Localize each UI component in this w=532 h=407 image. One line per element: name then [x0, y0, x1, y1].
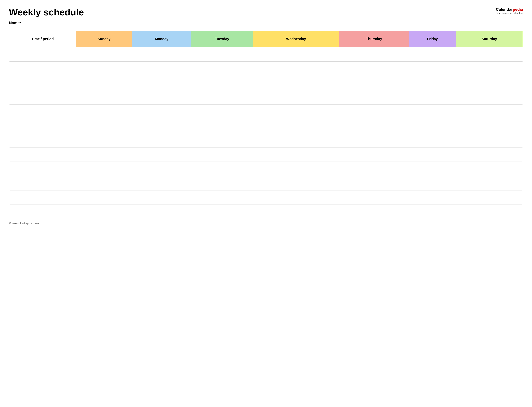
schedule-cell[interactable]	[253, 104, 339, 119]
header-friday: Friday	[409, 31, 456, 47]
page-header: Weekly schedule Name: Calendarpedia Your…	[9, 7, 523, 25]
schedule-cell[interactable]	[253, 47, 339, 61]
schedule-cell[interactable]	[456, 190, 523, 204]
schedule-cell[interactable]	[132, 190, 191, 204]
schedule-cell[interactable]	[191, 204, 253, 219]
schedule-cell[interactable]	[191, 162, 253, 176]
time-cell[interactable]	[9, 147, 76, 162]
schedule-cell[interactable]	[409, 47, 456, 61]
schedule-cell[interactable]	[339, 47, 409, 61]
schedule-cell[interactable]	[191, 90, 253, 104]
schedule-cell[interactable]	[339, 204, 409, 219]
schedule-cell[interactable]	[132, 147, 191, 162]
schedule-cell[interactable]	[191, 176, 253, 190]
schedule-cell[interactable]	[132, 61, 191, 76]
schedule-cell[interactable]	[132, 204, 191, 219]
time-cell[interactable]	[9, 162, 76, 176]
schedule-cell[interactable]	[456, 61, 523, 76]
schedule-cell[interactable]	[132, 119, 191, 133]
schedule-cell[interactable]	[76, 147, 132, 162]
schedule-cell[interactable]	[339, 61, 409, 76]
time-cell[interactable]	[9, 61, 76, 76]
schedule-cell[interactable]	[76, 90, 132, 104]
schedule-cell[interactable]	[409, 90, 456, 104]
schedule-cell[interactable]	[339, 76, 409, 90]
schedule-cell[interactable]	[76, 204, 132, 219]
schedule-cell[interactable]	[456, 204, 523, 219]
schedule-cell[interactable]	[339, 119, 409, 133]
schedule-cell[interactable]	[253, 204, 339, 219]
schedule-cell[interactable]	[76, 119, 132, 133]
schedule-cell[interactable]	[76, 104, 132, 119]
schedule-cell[interactable]	[409, 162, 456, 176]
schedule-cell[interactable]	[191, 76, 253, 90]
schedule-cell[interactable]	[409, 204, 456, 219]
time-cell[interactable]	[9, 204, 76, 219]
schedule-cell[interactable]	[339, 162, 409, 176]
schedule-cell[interactable]	[76, 176, 132, 190]
time-cell[interactable]	[9, 104, 76, 119]
schedule-cell[interactable]	[76, 133, 132, 147]
time-cell[interactable]	[9, 176, 76, 190]
schedule-cell[interactable]	[339, 190, 409, 204]
schedule-cell[interactable]	[132, 90, 191, 104]
schedule-cell[interactable]	[132, 133, 191, 147]
schedule-cell[interactable]	[191, 133, 253, 147]
schedule-cell[interactable]	[191, 147, 253, 162]
schedule-cell[interactable]	[76, 162, 132, 176]
schedule-cell[interactable]	[132, 76, 191, 90]
schedule-cell[interactable]	[409, 133, 456, 147]
schedule-cell[interactable]	[253, 176, 339, 190]
time-cell[interactable]	[9, 90, 76, 104]
schedule-cell[interactable]	[132, 47, 191, 61]
header-row: Time / period Sunday Monday Tuesday Wedn…	[9, 31, 523, 47]
footer: © www.calendarpedia.com	[9, 222, 523, 225]
schedule-cell[interactable]	[253, 90, 339, 104]
schedule-cell[interactable]	[132, 176, 191, 190]
schedule-cell[interactable]	[253, 162, 339, 176]
schedule-cell[interactable]	[339, 176, 409, 190]
schedule-cell[interactable]	[132, 162, 191, 176]
schedule-cell[interactable]	[409, 104, 456, 119]
schedule-cell[interactable]	[253, 76, 339, 90]
schedule-cell[interactable]	[456, 104, 523, 119]
time-cell[interactable]	[9, 133, 76, 147]
schedule-cell[interactable]	[339, 133, 409, 147]
schedule-cell[interactable]	[456, 76, 523, 90]
schedule-cell[interactable]	[253, 119, 339, 133]
schedule-cell[interactable]	[132, 104, 191, 119]
schedule-cell[interactable]	[409, 176, 456, 190]
schedule-cell[interactable]	[253, 147, 339, 162]
schedule-cell[interactable]	[339, 104, 409, 119]
schedule-cell[interactable]	[76, 76, 132, 90]
schedule-cell[interactable]	[456, 119, 523, 133]
schedule-cell[interactable]	[456, 176, 523, 190]
schedule-cell[interactable]	[76, 47, 132, 61]
schedule-cell[interactable]	[76, 190, 132, 204]
schedule-cell[interactable]	[456, 162, 523, 176]
time-cell[interactable]	[9, 47, 76, 61]
schedule-cell[interactable]	[409, 190, 456, 204]
schedule-cell[interactable]	[253, 190, 339, 204]
schedule-cell[interactable]	[339, 90, 409, 104]
schedule-cell[interactable]	[409, 76, 456, 90]
schedule-cell[interactable]	[409, 147, 456, 162]
schedule-cell[interactable]	[456, 47, 523, 61]
schedule-cell[interactable]	[456, 133, 523, 147]
schedule-cell[interactable]	[191, 47, 253, 61]
schedule-cell[interactable]	[191, 61, 253, 76]
schedule-cell[interactable]	[409, 119, 456, 133]
schedule-cell[interactable]	[191, 119, 253, 133]
time-cell[interactable]	[9, 190, 76, 204]
schedule-cell[interactable]	[456, 90, 523, 104]
schedule-cell[interactable]	[339, 147, 409, 162]
schedule-cell[interactable]	[253, 133, 339, 147]
schedule-cell[interactable]	[253, 61, 339, 76]
schedule-cell[interactable]	[409, 61, 456, 76]
schedule-cell[interactable]	[191, 190, 253, 204]
schedule-cell[interactable]	[191, 104, 253, 119]
schedule-cell[interactable]	[456, 147, 523, 162]
schedule-cell[interactable]	[76, 61, 132, 76]
time-cell[interactable]	[9, 76, 76, 90]
time-cell[interactable]	[9, 119, 76, 133]
